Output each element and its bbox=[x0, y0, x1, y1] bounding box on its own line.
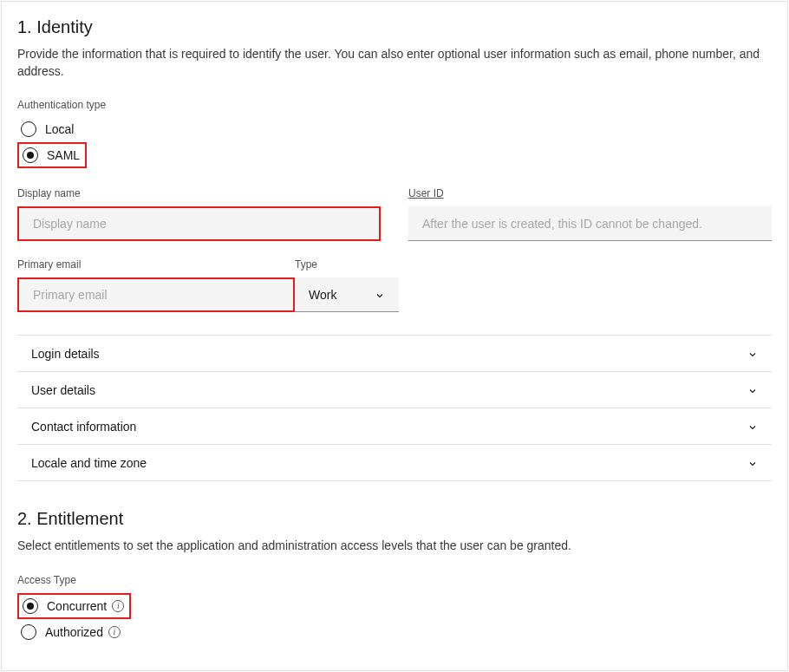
access-type-radio-group: Concurrent i Authorized i bbox=[17, 593, 131, 643]
chevron-down-icon bbox=[375, 290, 385, 300]
accordion-label: Contact information bbox=[31, 420, 136, 434]
accordion-label: Locale and time zone bbox=[31, 456, 147, 470]
accordion-login-details[interactable]: Login details bbox=[17, 336, 772, 372]
email-type-label: Type bbox=[295, 258, 399, 271]
access-type-label: Access Type bbox=[17, 574, 772, 586]
info-icon[interactable]: i bbox=[112, 600, 124, 612]
accordion-label: User details bbox=[31, 383, 95, 397]
email-type-selected: Work bbox=[309, 288, 336, 302]
form-container: 1. Identity Provide the information that… bbox=[1, 1, 788, 671]
info-icon[interactable]: i bbox=[108, 626, 121, 638]
auth-type-saml-option[interactable]: SAML bbox=[17, 142, 87, 168]
user-id-input[interactable] bbox=[408, 206, 772, 241]
identity-accordion: Login details User details Contact infor… bbox=[17, 335, 772, 481]
chevron-down-icon bbox=[747, 458, 758, 468]
accordion-locale-timezone[interactable]: Locale and time zone bbox=[17, 445, 772, 481]
chevron-down-icon bbox=[747, 421, 758, 432]
email-type-select[interactable]: Work bbox=[295, 277, 399, 312]
auth-type-label: Authentication type bbox=[17, 99, 772, 111]
primary-email-input[interactable] bbox=[17, 277, 295, 312]
access-type-concurrent-option[interactable]: Concurrent i bbox=[17, 593, 131, 619]
access-type-authorized-option[interactable]: Authorized i bbox=[17, 621, 131, 643]
entitlement-title: 2. Entitlement bbox=[17, 509, 772, 529]
display-name-input[interactable] bbox=[17, 206, 381, 241]
radio-icon bbox=[21, 121, 36, 137]
primary-email-label: Primary email bbox=[17, 258, 295, 271]
radio-icon bbox=[21, 624, 36, 640]
auth-type-local-label: Local bbox=[45, 122, 74, 136]
auth-type-radio-group: Local SAML bbox=[17, 118, 87, 168]
entitlement-description: Select entitlements to set the applicati… bbox=[17, 538, 772, 555]
chevron-down-icon bbox=[747, 385, 758, 395]
user-id-label: User ID bbox=[408, 187, 772, 199]
access-type-concurrent-label: Concurrent bbox=[47, 599, 107, 613]
accordion-contact-information[interactable]: Contact information bbox=[17, 408, 772, 445]
accordion-label: Login details bbox=[31, 347, 100, 361]
access-type-authorized-label: Authorized bbox=[45, 625, 103, 639]
auth-type-local-option[interactable]: Local bbox=[17, 118, 87, 140]
identity-description: Provide the information that is required… bbox=[17, 46, 772, 80]
display-name-label: Display name bbox=[17, 187, 381, 199]
auth-type-saml-label: SAML bbox=[47, 148, 80, 162]
radio-icon bbox=[23, 598, 38, 614]
chevron-down-icon bbox=[747, 349, 758, 359]
radio-icon bbox=[23, 147, 38, 163]
identity-title: 1. Identity bbox=[17, 17, 772, 37]
accordion-user-details[interactable]: User details bbox=[17, 372, 772, 408]
